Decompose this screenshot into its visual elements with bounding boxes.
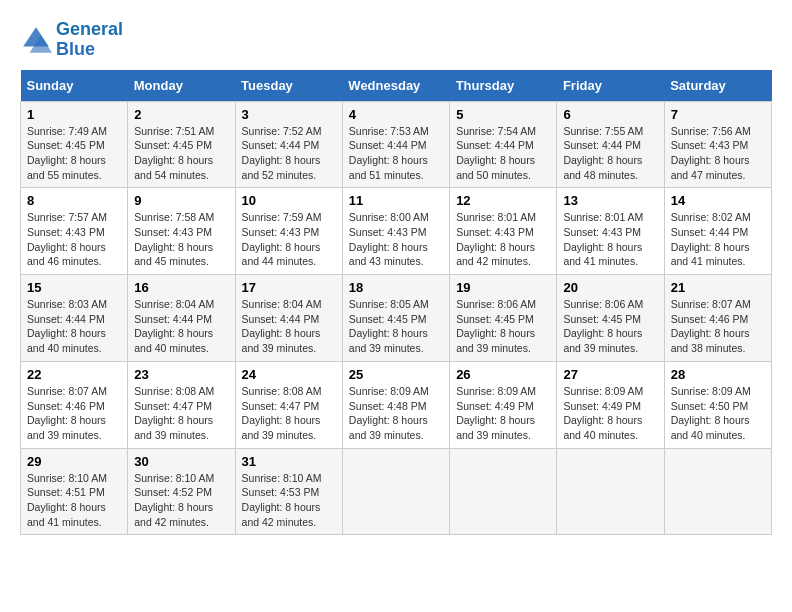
col-header-sunday: Sunday xyxy=(21,70,128,102)
calendar-cell: 8Sunrise: 7:57 AMSunset: 4:43 PMDaylight… xyxy=(21,188,128,275)
calendar-cell: 25Sunrise: 8:09 AMSunset: 4:48 PMDayligh… xyxy=(342,361,449,448)
cell-info: Sunrise: 8:04 AMSunset: 4:44 PMDaylight:… xyxy=(134,297,228,356)
calendar-cell: 22Sunrise: 8:07 AMSunset: 4:46 PMDayligh… xyxy=(21,361,128,448)
cell-info: Sunrise: 8:09 AMSunset: 4:49 PMDaylight:… xyxy=(563,384,657,443)
calendar-cell: 15Sunrise: 8:03 AMSunset: 4:44 PMDayligh… xyxy=(21,275,128,362)
calendar-cell: 30Sunrise: 8:10 AMSunset: 4:52 PMDayligh… xyxy=(128,448,235,535)
col-header-saturday: Saturday xyxy=(664,70,771,102)
day-number: 8 xyxy=(27,193,121,208)
day-number: 4 xyxy=(349,107,443,122)
cell-info: Sunrise: 8:03 AMSunset: 4:44 PMDaylight:… xyxy=(27,297,121,356)
calendar-cell: 28Sunrise: 8:09 AMSunset: 4:50 PMDayligh… xyxy=(664,361,771,448)
day-number: 5 xyxy=(456,107,550,122)
week-row-4: 22Sunrise: 8:07 AMSunset: 4:46 PMDayligh… xyxy=(21,361,772,448)
week-row-2: 8Sunrise: 7:57 AMSunset: 4:43 PMDaylight… xyxy=(21,188,772,275)
calendar-cell xyxy=(557,448,664,535)
day-number: 1 xyxy=(27,107,121,122)
calendar-cell: 19Sunrise: 8:06 AMSunset: 4:45 PMDayligh… xyxy=(450,275,557,362)
cell-info: Sunrise: 8:10 AMSunset: 4:52 PMDaylight:… xyxy=(134,471,228,530)
cell-info: Sunrise: 8:05 AMSunset: 4:45 PMDaylight:… xyxy=(349,297,443,356)
calendar-cell: 9Sunrise: 7:58 AMSunset: 4:43 PMDaylight… xyxy=(128,188,235,275)
day-number: 18 xyxy=(349,280,443,295)
day-number: 31 xyxy=(242,454,336,469)
calendar-cell: 13Sunrise: 8:01 AMSunset: 4:43 PMDayligh… xyxy=(557,188,664,275)
logo-text: General Blue xyxy=(56,20,123,60)
cell-info: Sunrise: 8:08 AMSunset: 4:47 PMDaylight:… xyxy=(134,384,228,443)
calendar-cell: 27Sunrise: 8:09 AMSunset: 4:49 PMDayligh… xyxy=(557,361,664,448)
cell-info: Sunrise: 7:49 AMSunset: 4:45 PMDaylight:… xyxy=(27,124,121,183)
day-number: 6 xyxy=(563,107,657,122)
day-number: 24 xyxy=(242,367,336,382)
col-header-thursday: Thursday xyxy=(450,70,557,102)
cell-info: Sunrise: 7:59 AMSunset: 4:43 PMDaylight:… xyxy=(242,210,336,269)
cell-info: Sunrise: 7:58 AMSunset: 4:43 PMDaylight:… xyxy=(134,210,228,269)
calendar-cell xyxy=(450,448,557,535)
calendar-cell: 23Sunrise: 8:08 AMSunset: 4:47 PMDayligh… xyxy=(128,361,235,448)
day-number: 7 xyxy=(671,107,765,122)
cell-info: Sunrise: 8:02 AMSunset: 4:44 PMDaylight:… xyxy=(671,210,765,269)
calendar-cell: 31Sunrise: 8:10 AMSunset: 4:53 PMDayligh… xyxy=(235,448,342,535)
calendar-cell: 11Sunrise: 8:00 AMSunset: 4:43 PMDayligh… xyxy=(342,188,449,275)
calendar-header: SundayMondayTuesdayWednesdayThursdayFrid… xyxy=(21,70,772,102)
day-number: 30 xyxy=(134,454,228,469)
cell-info: Sunrise: 8:10 AMSunset: 4:51 PMDaylight:… xyxy=(27,471,121,530)
day-number: 10 xyxy=(242,193,336,208)
calendar-cell: 14Sunrise: 8:02 AMSunset: 4:44 PMDayligh… xyxy=(664,188,771,275)
cell-info: Sunrise: 7:55 AMSunset: 4:44 PMDaylight:… xyxy=(563,124,657,183)
day-number: 12 xyxy=(456,193,550,208)
calendar-cell: 16Sunrise: 8:04 AMSunset: 4:44 PMDayligh… xyxy=(128,275,235,362)
calendar-cell: 3Sunrise: 7:52 AMSunset: 4:44 PMDaylight… xyxy=(235,101,342,188)
day-number: 20 xyxy=(563,280,657,295)
calendar-cell: 6Sunrise: 7:55 AMSunset: 4:44 PMDaylight… xyxy=(557,101,664,188)
day-number: 23 xyxy=(134,367,228,382)
week-row-3: 15Sunrise: 8:03 AMSunset: 4:44 PMDayligh… xyxy=(21,275,772,362)
calendar-cell: 17Sunrise: 8:04 AMSunset: 4:44 PMDayligh… xyxy=(235,275,342,362)
calendar-body: 1Sunrise: 7:49 AMSunset: 4:45 PMDaylight… xyxy=(21,101,772,535)
calendar-cell: 1Sunrise: 7:49 AMSunset: 4:45 PMDaylight… xyxy=(21,101,128,188)
calendar-cell: 20Sunrise: 8:06 AMSunset: 4:45 PMDayligh… xyxy=(557,275,664,362)
calendar-cell: 18Sunrise: 8:05 AMSunset: 4:45 PMDayligh… xyxy=(342,275,449,362)
day-number: 29 xyxy=(27,454,121,469)
calendar-cell: 5Sunrise: 7:54 AMSunset: 4:44 PMDaylight… xyxy=(450,101,557,188)
day-number: 9 xyxy=(134,193,228,208)
calendar-cell: 4Sunrise: 7:53 AMSunset: 4:44 PMDaylight… xyxy=(342,101,449,188)
cell-info: Sunrise: 8:01 AMSunset: 4:43 PMDaylight:… xyxy=(563,210,657,269)
cell-info: Sunrise: 8:07 AMSunset: 4:46 PMDaylight:… xyxy=(27,384,121,443)
cell-info: Sunrise: 8:06 AMSunset: 4:45 PMDaylight:… xyxy=(456,297,550,356)
day-number: 15 xyxy=(27,280,121,295)
cell-info: Sunrise: 8:04 AMSunset: 4:44 PMDaylight:… xyxy=(242,297,336,356)
logo: General Blue xyxy=(20,20,123,60)
day-number: 16 xyxy=(134,280,228,295)
cell-info: Sunrise: 7:54 AMSunset: 4:44 PMDaylight:… xyxy=(456,124,550,183)
col-header-friday: Friday xyxy=(557,70,664,102)
cell-info: Sunrise: 8:00 AMSunset: 4:43 PMDaylight:… xyxy=(349,210,443,269)
day-number: 22 xyxy=(27,367,121,382)
cell-info: Sunrise: 8:06 AMSunset: 4:45 PMDaylight:… xyxy=(563,297,657,356)
day-number: 26 xyxy=(456,367,550,382)
cell-info: Sunrise: 8:09 AMSunset: 4:49 PMDaylight:… xyxy=(456,384,550,443)
cell-info: Sunrise: 8:08 AMSunset: 4:47 PMDaylight:… xyxy=(242,384,336,443)
day-number: 17 xyxy=(242,280,336,295)
header: General Blue xyxy=(20,20,772,60)
calendar-cell xyxy=(664,448,771,535)
calendar-cell: 7Sunrise: 7:56 AMSunset: 4:43 PMDaylight… xyxy=(664,101,771,188)
cell-info: Sunrise: 7:53 AMSunset: 4:44 PMDaylight:… xyxy=(349,124,443,183)
day-number: 13 xyxy=(563,193,657,208)
logo-icon xyxy=(20,24,52,56)
day-number: 14 xyxy=(671,193,765,208)
calendar-cell: 26Sunrise: 8:09 AMSunset: 4:49 PMDayligh… xyxy=(450,361,557,448)
col-header-wednesday: Wednesday xyxy=(342,70,449,102)
day-number: 19 xyxy=(456,280,550,295)
day-number: 25 xyxy=(349,367,443,382)
calendar-cell: 10Sunrise: 7:59 AMSunset: 4:43 PMDayligh… xyxy=(235,188,342,275)
calendar-cell: 29Sunrise: 8:10 AMSunset: 4:51 PMDayligh… xyxy=(21,448,128,535)
cell-info: Sunrise: 8:07 AMSunset: 4:46 PMDaylight:… xyxy=(671,297,765,356)
day-number: 21 xyxy=(671,280,765,295)
cell-info: Sunrise: 8:09 AMSunset: 4:50 PMDaylight:… xyxy=(671,384,765,443)
calendar-table: SundayMondayTuesdayWednesdayThursdayFrid… xyxy=(20,70,772,536)
col-header-monday: Monday xyxy=(128,70,235,102)
day-number: 27 xyxy=(563,367,657,382)
cell-info: Sunrise: 7:56 AMSunset: 4:43 PMDaylight:… xyxy=(671,124,765,183)
calendar-cell xyxy=(342,448,449,535)
col-header-tuesday: Tuesday xyxy=(235,70,342,102)
